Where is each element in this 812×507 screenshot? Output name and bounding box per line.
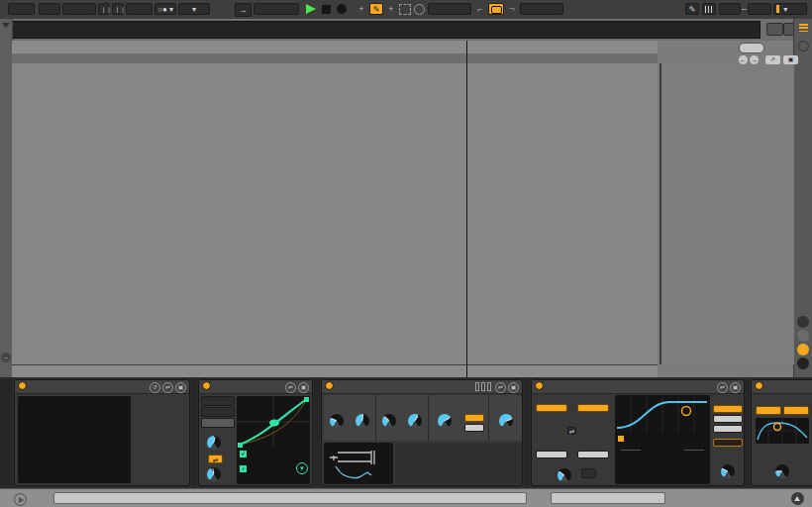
hot-swap-icon[interactable]: ⇄ [162,382,173,393]
device-spacer[interactable] [314,379,320,486]
tab-slide[interactable] [201,407,235,417]
session-record-icon[interactable] [414,4,425,15]
device-spacer[interactable] [524,379,530,486]
mpe-curve-display[interactable]: ✓ ♪ ▼ [237,396,310,484]
right-offset-field[interactable] [577,451,609,458]
overview-hamburger-icon[interactable] [799,24,808,32]
draw-automation-button[interactable]: ↗ [765,55,780,64]
nudge-up-button[interactable]: ❘❘❘ [112,3,124,15]
filter-on-toggle[interactable] [618,436,624,442]
save-preset-icon[interactable]: ▣ [508,382,519,393]
overview-collapse-icon[interactable] [2,23,10,28]
symmetry-knob[interactable] [438,414,452,428]
min-max-check-icon[interactable]: ✓ [240,451,247,457]
nudge-down-button[interactable]: ❘❘❘ [98,3,110,15]
device-on-toggle[interactable] [18,381,27,390]
tempo-field[interactable] [62,3,96,15]
lo-cut-toggle[interactable] [756,406,781,415]
device-title-bar[interactable] [752,380,812,394]
device-on-toggle[interactable] [325,381,334,390]
device-title-bar[interactable]: ⇄▣ [532,380,744,394]
follow-button[interactable]: → [235,3,252,17]
save-preset-icon[interactable]: ▣ [730,382,741,393]
hot-swap-icon[interactable]: ⇄ [717,382,728,393]
range-bottom-knob[interactable] [207,467,221,481]
toggle-returns-button[interactable] [797,330,809,342]
pickup-type-r-button[interactable] [464,414,484,422]
stop-button[interactable] [322,5,331,14]
tone-knob[interactable] [408,414,422,428]
loop-length-field[interactable] [520,3,563,15]
predelay-knob[interactable] [775,464,789,478]
device-on-toggle[interactable] [202,381,211,390]
time-signature-field[interactable] [126,3,152,15]
range-top-knob[interactable] [207,436,221,450]
midi-map-button[interactable] [748,3,771,15]
curve-invert-toggle[interactable]: ⇄ [208,455,223,463]
mode-fade-button[interactable] [713,415,743,423]
save-preset-icon[interactable]: ▣ [175,382,186,393]
fold-icon[interactable]: ↺ [150,382,160,393]
scrub-mode-icon[interactable]: ~ [1,353,11,362]
hot-swap-icon[interactable]: ⇄ [285,382,296,393]
device-title-bar[interactable]: ⇄▣ [322,380,522,394]
capture-midi-icon[interactable] [399,4,411,15]
fit-height-button[interactable] [766,23,783,36]
tab-press[interactable] [201,396,235,406]
delay-filter-display[interactable] [615,395,710,484]
loop-button[interactable] [488,3,504,15]
left-offset-field[interactable] [536,451,567,458]
device-spacer[interactable] [191,379,197,486]
toggle-delay-button[interactable] [797,357,809,369]
set-locator-button[interactable] [739,43,764,53]
next-locator-button[interactable]: → [750,55,759,64]
punch-out-icon[interactable]: ¬ [506,3,518,15]
mode-repitch-button[interactable] [713,405,743,413]
stereo-link-icon[interactable]: ⇄ [567,427,576,435]
stiffness-knob[interactable] [330,414,344,428]
toggle-io-button[interactable] [797,316,809,328]
preview-icon[interactable] [14,493,27,506]
device-on-toggle[interactable] [755,381,763,390]
show-device-view-button[interactable] [791,492,804,505]
punch-in-icon[interactable]: ⌐ [474,3,486,15]
automation-arm-icon[interactable]: ✎ [369,3,383,15]
toggle-mixer-button[interactable] [797,344,809,355]
ping-pong-toggle[interactable] [713,439,743,447]
lock-envelopes-button[interactable]: ▣ [783,55,798,64]
expand-chevron-icon[interactable]: ▼ [296,462,308,474]
metronome-button[interactable]: ○● ▾ [154,3,176,15]
feedback-knob[interactable] [558,468,571,482]
freeze-button[interactable] [581,468,596,478]
hot-swap-icon[interactable]: ⇄ [495,382,506,393]
device-title-bar[interactable]: ⇄▣ [199,380,312,394]
hi-cut-toggle[interactable] [783,406,809,415]
global-volume-knob[interactable] [499,414,513,428]
key-map-button[interactable] [719,3,741,15]
noise-knob[interactable] [355,414,369,428]
draw-mode-icon[interactable]: ✎ [685,3,699,15]
quantization-menu[interactable]: ▾ [178,3,210,15]
save-preset-icon[interactable]: ▣ [298,382,309,393]
reverb-filter-display[interactable] [756,418,809,444]
tab-notepb[interactable] [201,418,235,428]
play-button[interactable] [306,4,316,14]
time-ruler[interactable] [12,364,658,378]
record-button[interactable] [337,4,347,14]
mode-jump-button[interactable] [713,425,743,433]
left-sync-toggle[interactable] [536,404,567,412]
right-sync-toggle[interactable] [577,404,609,412]
tine-knob[interactable] [382,414,396,428]
arrangement-position-field[interactable] [254,3,299,15]
prev-locator-button[interactable]: ← [739,55,748,64]
beat-time-ruler[interactable] [12,41,658,54]
mini-clip-overview[interactable] [551,492,665,504]
insert-marker[interactable] [466,41,467,377]
device-on-toggle[interactable] [535,381,544,390]
loop-start-field[interactable] [428,3,471,15]
re-enable-automation-icon[interactable]: + [386,3,396,15]
cpu-meter[interactable]: ▾ [773,3,807,15]
computer-midi-keyboard-icon[interactable] [702,3,716,15]
note-icon[interactable]: ♪ [240,465,247,472]
link-button[interactable] [8,3,35,15]
